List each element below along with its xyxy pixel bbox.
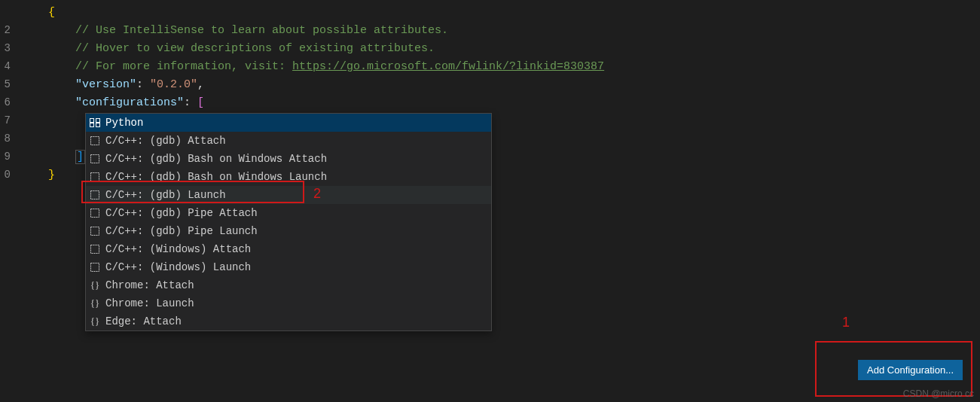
- comment: // Hover to view descriptions of existin…: [75, 42, 435, 55]
- suggestion-label: C/C++: (Windows) Launch: [105, 261, 251, 273]
- svg-rect-8: [91, 209, 99, 218]
- line-number: 2: [0, 24, 21, 36]
- watermark: CSDN @micro cc: [903, 388, 974, 399]
- json-key-version: "version": [75, 78, 136, 91]
- line-number: 5: [0, 78, 21, 90]
- snippet-icon: [89, 207, 101, 219]
- svg-rect-0: [90, 119, 94, 123]
- add-configuration-button[interactable]: Add Configuration...: [858, 360, 963, 380]
- line-number: 4: [0, 60, 21, 72]
- line-number: 8: [0, 132, 21, 145]
- svg-rect-10: [91, 245, 99, 254]
- line-number: 6: [0, 96, 21, 108]
- suggestion-item[interactable]: C/C++: (gdb) Pipe Attach: [86, 204, 491, 222]
- braces-icon: {}: [89, 297, 101, 309]
- intellisense-popup[interactable]: PythonC/C++: (gdb) AttachC/C++: (gdb) Ba…: [85, 113, 492, 331]
- snippet-icon: [89, 243, 101, 255]
- open-brace: {: [48, 6, 55, 19]
- suggestion-item[interactable]: C/C++: (gdb) Attach: [86, 132, 491, 150]
- json-key-configurations: "configurations": [75, 96, 184, 109]
- suggestion-label: C/C++: (gdb) Pipe Launch: [105, 225, 258, 237]
- suggestion-label: C/C++: (Windows) Attach: [105, 243, 251, 255]
- suggestion-label: C/C++: (gdb) Launch: [105, 189, 226, 201]
- svg-rect-3: [96, 123, 100, 127]
- close-bracket: ]: [75, 150, 85, 164]
- suggestion-label: C/C++: (gdb) Attach: [105, 135, 226, 147]
- line-number: 0: [0, 169, 21, 181]
- suggestion-item[interactable]: C/C++: (gdb) Pipe Launch: [86, 222, 491, 240]
- suggestion-item[interactable]: C/C++: (gdb) Bash on Windows Launch: [86, 168, 491, 186]
- suggestion-item[interactable]: C/C++: (Windows) Launch: [86, 258, 491, 276]
- suggestion-item[interactable]: {}Chrome: Launch: [86, 294, 491, 312]
- suggestion-label: C/C++: (gdb) Pipe Attach: [105, 207, 258, 219]
- comment: // Use IntelliSense to learn about possi…: [75, 24, 448, 37]
- snippet-icon: [89, 135, 101, 147]
- svg-rect-5: [91, 155, 99, 163]
- braces-icon: {}: [89, 279, 101, 291]
- close-brace: }: [48, 169, 55, 181]
- snippet-icon: [89, 225, 101, 237]
- suggestion-item[interactable]: Python: [86, 114, 491, 132]
- doc-link[interactable]: https://go.microsoft.com/fwlink/?linkid=…: [292, 60, 604, 73]
- open-bracket: [: [197, 96, 204, 109]
- suggestion-item[interactable]: {}Edge: Attach: [86, 312, 491, 330]
- annotation-number-1: 1: [842, 315, 850, 330]
- svg-rect-1: [96, 119, 100, 123]
- line-number: 3: [0, 42, 21, 54]
- svg-rect-2: [90, 123, 94, 127]
- suggestion-item[interactable]: C/C++: (Windows) Attach: [86, 240, 491, 258]
- svg-rect-6: [91, 173, 99, 181]
- suggestion-label: Python: [105, 117, 143, 129]
- snippet-icon: [89, 189, 101, 201]
- annotation-number-2: 2: [313, 186, 321, 202]
- suggestion-item[interactable]: C/C++: (gdb) Bash on Windows Attach: [86, 150, 491, 168]
- suggestion-label: Chrome: Launch: [105, 297, 194, 309]
- comment: // For more information, visit: https://…: [75, 60, 604, 73]
- suggestion-label: C/C++: (gdb) Bash on Windows Attach: [105, 153, 327, 165]
- svg-rect-11: [91, 263, 99, 272]
- line-number: 9: [0, 151, 21, 163]
- suggestion-item[interactable]: {}Chrome: Attach: [86, 276, 491, 294]
- json-value-version: "0.2.0": [150, 78, 197, 91]
- suggestion-label: Chrome: Attach: [105, 279, 194, 291]
- module-icon: [89, 117, 101, 129]
- suggestion-label: Edge: Attach: [105, 315, 182, 327]
- suggestion-label: C/C++: (gdb) Bash on Windows Launch: [105, 171, 327, 183]
- suggestion-item[interactable]: C/C++: (gdb) Launch: [86, 186, 491, 204]
- line-number: 7: [0, 114, 21, 126]
- svg-rect-4: [91, 137, 99, 145]
- braces-icon: {}: [89, 315, 101, 327]
- svg-rect-7: [91, 191, 99, 199]
- svg-rect-9: [91, 227, 99, 236]
- snippet-icon: [89, 171, 101, 183]
- snippet-icon: [89, 261, 101, 273]
- snippet-icon: [89, 153, 101, 165]
